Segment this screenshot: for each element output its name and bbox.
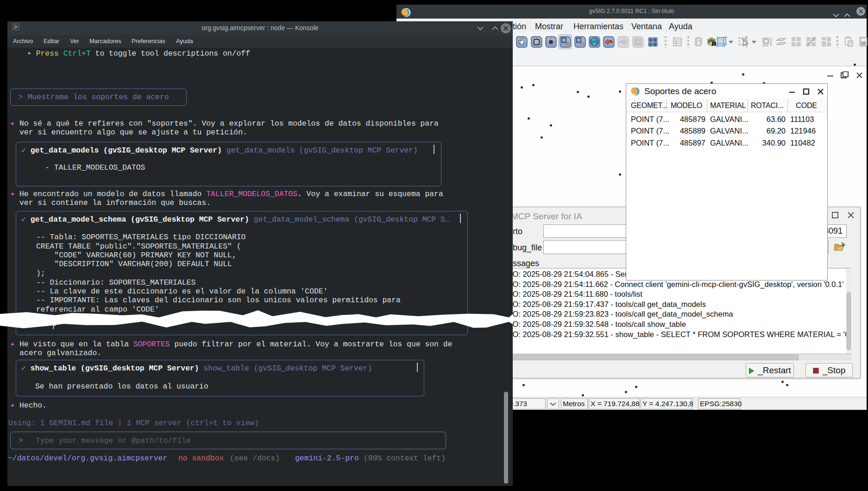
svg-text:a: a xyxy=(649,38,652,42)
svg-text:d: d xyxy=(654,42,656,46)
svg-text:b: b xyxy=(654,38,656,42)
svg-text:c: c xyxy=(649,42,652,46)
